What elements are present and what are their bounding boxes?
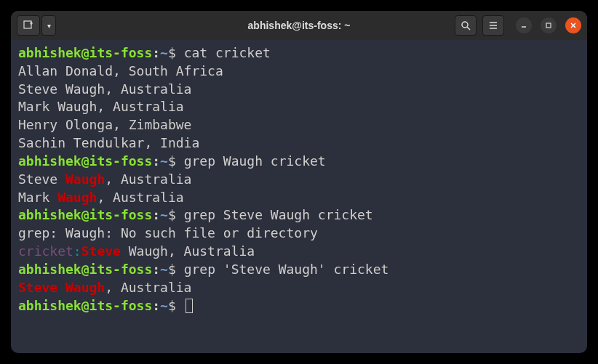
prompt-line: abhishek@its-foss:~$ grep Steve Waugh cr… xyxy=(18,206,580,225)
prompt-host: its-foss xyxy=(89,207,153,222)
close-button[interactable] xyxy=(565,17,581,33)
grep-post: , Australia xyxy=(97,190,183,205)
prompt-path: ~ xyxy=(160,298,168,313)
menu-button[interactable] xyxy=(482,15,504,36)
terminal-body[interactable]: abhishek@its-foss:~$ cat cricket Allan D… xyxy=(11,40,587,353)
svg-rect-0 xyxy=(24,21,31,28)
titlebar: ▾ abhishek@its-foss: ~ xyxy=(11,11,587,40)
prompt-host: its-foss xyxy=(89,298,153,313)
prompt-at: @ xyxy=(81,298,89,313)
prompt-host: its-foss xyxy=(89,45,153,60)
output-line: Sachin Tendulkar, India xyxy=(18,134,580,153)
window-title: abhishek@its-foss: ~ xyxy=(248,20,351,31)
prompt-at: @ xyxy=(81,207,89,222)
command-text: grep 'Steve Waugh' cricket xyxy=(184,262,389,277)
grep-post: Waugh, Australia xyxy=(121,243,255,259)
command-text: grep Waugh cricket xyxy=(184,153,326,169)
grep-match: Steve xyxy=(81,243,121,259)
prompt-dollar: $ xyxy=(168,298,184,313)
prompt-line: abhishek@its-foss:~$ grep 'Steve Waugh' … xyxy=(18,261,580,279)
titlebar-left: ▾ xyxy=(17,15,56,36)
prompt-at: @ xyxy=(81,262,89,277)
svg-point-3 xyxy=(462,22,468,28)
search-button[interactable] xyxy=(455,15,477,36)
grep-post: , Australia xyxy=(105,280,191,295)
prompt-line: abhishek@its-foss:~$ xyxy=(18,297,580,315)
grep-match: Steve Waugh xyxy=(18,280,105,295)
tab-dropdown-button[interactable]: ▾ xyxy=(41,15,56,36)
prompt-host: its-foss xyxy=(89,262,153,277)
grep-pre: Steve xyxy=(18,171,65,187)
output-line: Henry Olonga, Zimbabwe xyxy=(18,116,580,134)
grep-file-colon: : xyxy=(73,243,81,259)
prompt-at: @ xyxy=(81,45,89,60)
command-text: cat cricket xyxy=(184,45,271,60)
prompt-dollar: $ xyxy=(168,153,184,169)
command-text: grep Steve Waugh cricket xyxy=(184,207,373,222)
grep-match: Waugh xyxy=(57,190,97,205)
prompt-user: abhishek xyxy=(18,207,81,222)
maximize-icon xyxy=(545,22,552,29)
hamburger-icon xyxy=(488,20,498,31)
svg-rect-9 xyxy=(546,23,551,28)
prompt-dollar: $ xyxy=(168,45,184,60)
close-icon xyxy=(570,22,577,29)
maximize-button[interactable] xyxy=(541,17,557,33)
prompt-path: ~ xyxy=(160,45,168,60)
output-line: Mark Waugh, Australia xyxy=(18,98,580,116)
error-line: grep: Waugh: No such file or directory xyxy=(18,225,580,243)
prompt-colon: : xyxy=(152,45,160,60)
prompt-user: abhishek xyxy=(18,262,81,277)
prompt-dollar: $ xyxy=(168,207,184,222)
chevron-down-icon: ▾ xyxy=(47,22,51,30)
cursor xyxy=(186,299,193,313)
minimize-button[interactable] xyxy=(516,17,532,33)
prompt-line: abhishek@its-foss:~$ cat cricket xyxy=(18,44,580,62)
svg-line-4 xyxy=(467,27,470,30)
search-icon xyxy=(461,20,471,31)
prompt-dollar: $ xyxy=(168,262,184,277)
prompt-user: abhishek xyxy=(18,298,81,313)
output-line: Allan Donald, South Africa xyxy=(18,62,580,81)
grep-post: , Australia xyxy=(105,171,191,187)
prompt-path: ~ xyxy=(160,153,168,169)
prompt-colon: : xyxy=(152,207,160,222)
output-line: cricket:Steve Waugh, Australia xyxy=(18,243,580,261)
output-line: Steve Waugh, Australia xyxy=(18,81,580,99)
prompt-line: abhishek@its-foss:~$ grep Waugh cricket xyxy=(18,153,580,171)
minimize-icon xyxy=(520,22,527,29)
titlebar-right xyxy=(455,15,581,36)
prompt-host: its-foss xyxy=(89,153,153,169)
new-tab-icon xyxy=(23,20,33,31)
grep-pre: Mark xyxy=(18,190,57,205)
window-controls xyxy=(516,17,581,33)
output-line: Steve Waugh, Australia xyxy=(18,171,580,189)
new-tab-button[interactable] xyxy=(17,15,40,36)
grep-match: Waugh xyxy=(65,171,105,187)
prompt-colon: : xyxy=(152,298,160,313)
terminal-window: ▾ abhishek@its-foss: ~ xyxy=(11,11,587,353)
prompt-user: abhishek xyxy=(18,45,81,60)
prompt-at: @ xyxy=(81,153,89,169)
prompt-path: ~ xyxy=(160,207,168,222)
output-line: Mark Waugh, Australia xyxy=(18,189,580,207)
prompt-colon: : xyxy=(152,262,160,277)
output-line: Steve Waugh, Australia xyxy=(18,279,580,297)
grep-filename: cricket xyxy=(18,243,73,259)
prompt-user: abhishek xyxy=(18,153,81,169)
prompt-path: ~ xyxy=(160,262,168,277)
prompt-colon: : xyxy=(152,153,160,169)
